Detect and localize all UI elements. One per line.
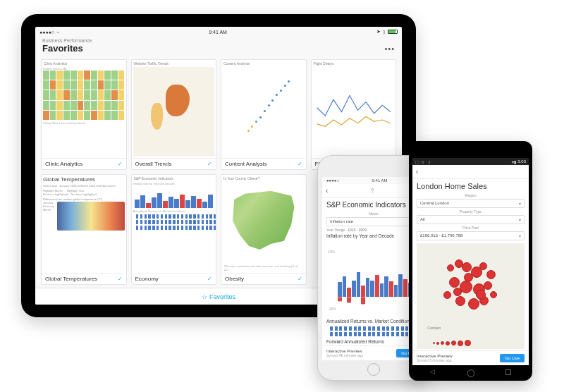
card-economy[interactable]: S&P Economic Indicators Inflation rate b… bbox=[131, 174, 217, 285]
card-thumb bbox=[132, 66, 216, 158]
nav-recent-icon[interactable] bbox=[505, 369, 511, 375]
map-label: Camden bbox=[427, 326, 441, 330]
star-icon: ☆ bbox=[202, 293, 207, 300]
page-title: Favorites bbox=[42, 43, 83, 54]
status-bar: ●●●●○ ⌵ 9:41 AM ➤ ᛒ bbox=[35, 27, 402, 37]
card-obesity[interactable]: Is Your County Obese? Obesity's correlat… bbox=[221, 174, 307, 285]
android-device: ⬚☆⋮ ▾▮3:03 ‹ London Home Sales Region Ce… bbox=[409, 141, 532, 381]
card-label: Obesity bbox=[225, 276, 244, 282]
nav-back-icon[interactable]: ◁ bbox=[430, 368, 435, 375]
card-thumb: Global Temperatures Select date January … bbox=[42, 175, 126, 273]
status-time: 9:41 AM bbox=[209, 30, 227, 35]
card-label: Clinic Analytics bbox=[45, 161, 82, 167]
status-bar: ⬚☆⋮ ▾▮3:03 bbox=[412, 158, 529, 165]
back-button[interactable]: ‹ bbox=[416, 168, 418, 176]
breadcrumb: Business Performance bbox=[42, 38, 395, 43]
more-button[interactable]: ••• bbox=[384, 44, 395, 53]
card-label: Overall Trends bbox=[135, 161, 172, 167]
card-header: Clinic Analytics bbox=[42, 60, 126, 66]
go-live-button[interactable]: Go Live bbox=[500, 354, 525, 362]
card-header: Website Traffic Trends bbox=[132, 60, 216, 66]
sync-label: Synced 3 minutes ago bbox=[417, 358, 453, 362]
price-dropdown[interactable]: £106,016 - £1,790,788▾ bbox=[417, 231, 525, 240]
sync-label: Synced 48 minutes ago bbox=[326, 353, 363, 357]
london-map[interactable]: Camden bbox=[417, 243, 525, 349]
bluetooth-icon: ᛒ bbox=[383, 30, 386, 35]
card-header: Is Your County Obese? bbox=[221, 175, 306, 180]
card-header: S&P Economic Indicators bbox=[132, 175, 216, 180]
phone-footer: Interactive Preview Synced 3 minutes ago… bbox=[412, 350, 529, 365]
card-content-analysis[interactable]: Content Analysis Content Analysis✓ bbox=[221, 59, 307, 170]
check-icon: ✓ bbox=[118, 276, 123, 282]
location-icon: ➤ bbox=[376, 29, 381, 35]
card-label: Content Analysis bbox=[225, 161, 267, 167]
battery-icon bbox=[388, 30, 398, 34]
ptype-label: Property Type bbox=[412, 209, 529, 214]
card-overall-trends[interactable]: Website Traffic Trends Overall Trends✓ bbox=[131, 59, 217, 170]
card-global-temperatures[interactable]: Global Temperatures Select date January … bbox=[41, 174, 127, 285]
phone-header: ‹ bbox=[412, 165, 529, 179]
report-title: London Home Sales bbox=[412, 179, 529, 193]
back-button[interactable]: ‹ bbox=[326, 187, 328, 195]
tab-favorites[interactable]: Favorites bbox=[209, 293, 235, 300]
card-thumb: Obesity's correlation with diet, exercis… bbox=[221, 180, 306, 273]
region-label: Region bbox=[412, 193, 529, 197]
header: Business Performance Favorites ••• bbox=[35, 37, 402, 56]
card-thumb bbox=[221, 66, 306, 158]
check-icon: ✓ bbox=[207, 276, 212, 282]
ptype-dropdown[interactable]: All▾ bbox=[417, 215, 525, 224]
region-dropdown[interactable]: Central London▾ bbox=[417, 199, 525, 208]
home-button[interactable] bbox=[367, 363, 380, 376]
card-thumb: Inflation rate by Year and Decade Annual… bbox=[132, 180, 216, 273]
price-label: Price Paid bbox=[412, 226, 529, 230]
card-clinic-analytics[interactable]: Clinic Analytics Patient Volume: All Pat… bbox=[41, 59, 127, 170]
card-header: Content Analysis bbox=[221, 60, 306, 66]
metric-dropdown[interactable]: Inflation rate▾ bbox=[326, 217, 421, 226]
inflation-chart: 10% -10% bbox=[326, 243, 421, 314]
check-icon: ✓ bbox=[207, 161, 212, 167]
android-screen: ⬚☆⋮ ▾▮3:03 ‹ London Home Sales Region Ce… bbox=[412, 158, 529, 365]
nav-home-icon[interactable] bbox=[467, 369, 474, 377]
share-icon[interactable]: ⇪ bbox=[370, 188, 375, 194]
wifi-icon: ⌵ bbox=[56, 29, 59, 35]
signal-icon: ●●●●○ bbox=[39, 30, 54, 35]
check-icon: ✓ bbox=[298, 276, 302, 282]
check-icon: ✓ bbox=[118, 161, 123, 167]
card-label: Economy bbox=[135, 276, 159, 282]
card-header: Flight Delays bbox=[312, 60, 396, 66]
card-label: Global Temperatures bbox=[45, 276, 97, 282]
card-thumb: Patient Volume: All Patient Wait Time an… bbox=[42, 66, 126, 158]
check-icon: ✓ bbox=[298, 161, 302, 167]
card-flight-delays[interactable]: Flight Delays Flight Delays✓ bbox=[311, 59, 397, 170]
card-thumb bbox=[312, 66, 396, 158]
